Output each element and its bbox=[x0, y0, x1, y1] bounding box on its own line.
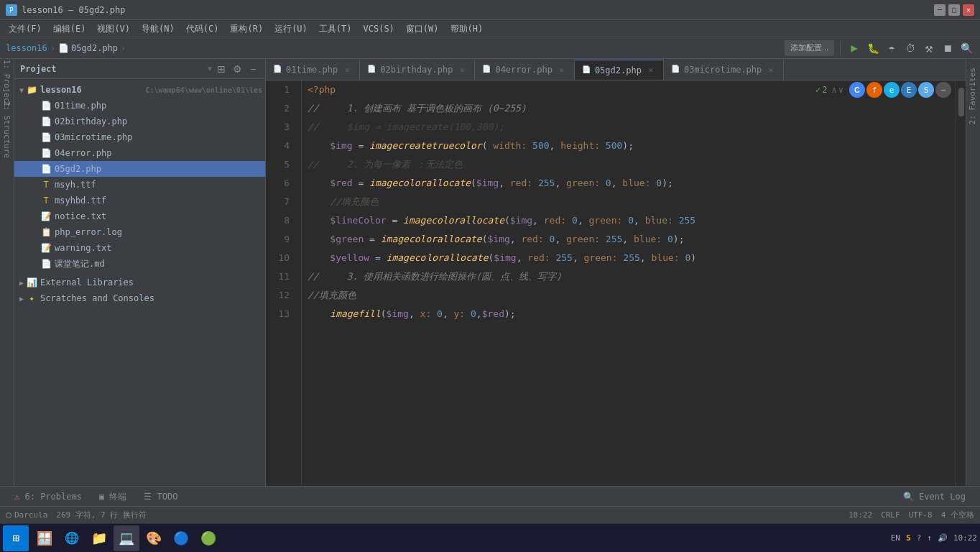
menu-window[interactable]: 窗口(W) bbox=[400, 20, 445, 37]
windows-icon: ⊞ bbox=[12, 531, 19, 545]
minimize-button[interactable]: ─ bbox=[934, 4, 946, 16]
safari-icon[interactable]: S bbox=[918, 82, 934, 98]
status-left: Darcula 269 字符, 7 行 换行符 bbox=[6, 510, 849, 520]
structure-tool-btn[interactable]: 2: Structure bbox=[1, 108, 14, 151]
nav-up-arrow[interactable]: ∧ bbox=[832, 85, 837, 95]
menu-run[interactable]: 运行(U) bbox=[269, 20, 313, 37]
project-collapse-btn[interactable]: ⊞ bbox=[215, 63, 228, 75]
tab-03microtime[interactable]: 📄 03microtime.php ✕ bbox=[664, 60, 784, 80]
taskbar-app-3[interactable]: 💻 bbox=[114, 525, 139, 551]
code-area[interactable]: <?php // 1. 创建画布 基于调色板的画布 (0~255) // $im… bbox=[302, 80, 956, 486]
tree-label-05gd2: 05gd2.php bbox=[55, 164, 262, 174]
window-controls[interactable]: ─ □ ✕ bbox=[934, 4, 974, 16]
taskbar-app-2[interactable]: 📁 bbox=[86, 525, 112, 551]
tree-item-03microtime[interactable]: 📄 03microtime.php bbox=[14, 129, 265, 145]
tree-item-msyh[interactable]: T msyh.ttf bbox=[14, 177, 265, 193]
breadcrumb-project[interactable]: lesson16 bbox=[6, 43, 47, 53]
scratches-and-consoles[interactable]: ▶ ✦ Scratches and Consoles bbox=[14, 290, 265, 306]
tree-item-phperror[interactable]: 📋 php_error.log bbox=[14, 224, 265, 240]
coverage-button[interactable]: ☂ bbox=[884, 40, 900, 56]
menu-file[interactable]: 文件(F) bbox=[3, 20, 47, 37]
taskbar-volume[interactable]: 🔊 bbox=[938, 533, 948, 543]
editor-content[interactable]: ✓ 2 ∧ ∨ C f e E S ⋯ 1 2 3 4 5 6 bbox=[266, 80, 966, 486]
indent-status[interactable]: 4 个空格 bbox=[941, 510, 974, 520]
tree-item-05gd2[interactable]: 📄 05gd2.php bbox=[14, 161, 265, 177]
search-everywhere-button[interactable]: 🔍 bbox=[958, 40, 974, 56]
tree-item-notes[interactable]: 📄 课堂笔记.md bbox=[14, 256, 265, 272]
tab-01time[interactable]: 📄 01time.php ✕ bbox=[266, 60, 360, 80]
taskbar-s[interactable]: S bbox=[906, 533, 911, 543]
tab-close-04error[interactable]: ✕ bbox=[557, 65, 567, 75]
title-bar: P lesson16 – 05gd2.php ─ □ ✕ bbox=[0, 0, 980, 20]
tree-item-notice[interactable]: 📝 notice.txt bbox=[14, 208, 265, 224]
taskbar-lang[interactable]: EN bbox=[891, 533, 900, 543]
tab-05gd2[interactable]: 📄 05gd2.php ✕ bbox=[575, 60, 664, 80]
taskbar-app-4[interactable]: 🎨 bbox=[141, 525, 167, 551]
bottom-panel: ⚠ 6: Problems ▣ 终端 ☰ TODO 🔍 Event Log bbox=[0, 486, 980, 506]
menu-edit[interactable]: 编辑(E) bbox=[47, 20, 92, 37]
tree-item-01time[interactable]: 📄 01time.php bbox=[14, 98, 265, 114]
tree-label-04error: 04error.php bbox=[55, 148, 262, 158]
close-button[interactable]: ✕ bbox=[963, 4, 974, 16]
build-button[interactable]: ⚒ bbox=[921, 40, 937, 56]
menu-view[interactable]: 视图(V) bbox=[91, 20, 136, 37]
status-bar: Darcula 269 字符, 7 行 换行符 10:22 CRLF UTF-8… bbox=[0, 506, 980, 523]
theme-status[interactable]: Darcula bbox=[6, 510, 47, 520]
nav-down-arrow[interactable]: ∨ bbox=[838, 85, 843, 95]
add-config-button[interactable]: 添加配置... bbox=[785, 40, 834, 56]
tree-item-02birthday[interactable]: 📄 02birthday.php bbox=[14, 114, 265, 129]
tree-item-msyhbd[interactable]: T msyhbd.ttf bbox=[14, 193, 265, 208]
line-num-12: 12 bbox=[266, 286, 295, 305]
event-log-tab[interactable]: 🔍 Event Log bbox=[895, 487, 974, 507]
taskbar-help[interactable]: ? bbox=[917, 533, 922, 543]
taskbar-app-1[interactable]: 🌐 bbox=[59, 525, 85, 551]
menu-help[interactable]: 帮助(H) bbox=[445, 20, 489, 37]
menu-navigate[interactable]: 导航(N) bbox=[136, 20, 180, 37]
more-browsers-icon[interactable]: ⋯ bbox=[935, 82, 951, 98]
run-button[interactable]: ▶ bbox=[846, 40, 862, 56]
tab-close-03microtime[interactable]: ✕ bbox=[766, 65, 776, 75]
line-num-10: 10 bbox=[266, 249, 295, 267]
tree-item-04error[interactable]: 📄 04error.php bbox=[14, 145, 265, 161]
tree-external-libs[interactable]: ▶ 📊 External Libraries bbox=[14, 275, 265, 290]
tab-04error[interactable]: 📄 04error.php ✕ bbox=[475, 60, 574, 80]
code-line-6: $red = imagecolorallocate ( $img , red: … bbox=[308, 174, 950, 193]
taskbar-up[interactable]: ↑ bbox=[927, 533, 932, 543]
taskbar-app-5[interactable]: 🔵 bbox=[168, 525, 194, 551]
tab-close-02birthday[interactable]: ✕ bbox=[457, 65, 467, 75]
taskbar-app-6[interactable]: 🟢 bbox=[195, 525, 221, 551]
tree-item-warning[interactable]: 📝 warning.txt bbox=[14, 240, 265, 256]
debug-button[interactable]: 🐛 bbox=[865, 40, 881, 56]
taskbar-app-0[interactable]: 🪟 bbox=[32, 525, 57, 551]
chrome-icon[interactable]: C bbox=[849, 82, 865, 98]
project-settings-btn[interactable]: ⚙ bbox=[231, 63, 244, 75]
ie-icon[interactable]: e bbox=[884, 82, 900, 98]
edge-icon[interactable]: E bbox=[901, 82, 917, 98]
project-close-btn[interactable]: − bbox=[246, 63, 259, 75]
tab-02birthday[interactable]: 📄 02birthday.php ✕ bbox=[360, 60, 475, 80]
menu-tools[interactable]: 工具(T) bbox=[313, 20, 358, 37]
maximize-button[interactable]: □ bbox=[948, 4, 960, 16]
firefox-icon[interactable]: f bbox=[866, 82, 882, 98]
terminal-tab[interactable]: ▣ 终端 bbox=[91, 487, 135, 507]
breadcrumb-file[interactable]: 05gd2.php bbox=[71, 43, 118, 53]
stop-button[interactable]: ⏹ bbox=[940, 40, 956, 56]
taskbar: ⊞ 🪟 🌐 📁 💻 🎨 🔵 🟢 EN S ? ↑ 🔊 10:22 bbox=[0, 523, 980, 552]
tab-close-01time[interactable]: ✕ bbox=[342, 65, 352, 75]
scrollbar-thumb[interactable] bbox=[958, 88, 964, 116]
todo-tab[interactable]: ☰ TODO bbox=[135, 487, 186, 507]
menu-refactor[interactable]: 重构(R) bbox=[224, 20, 269, 37]
problems-tab[interactable]: ⚠ 6: Problems bbox=[6, 487, 91, 507]
menu-code[interactable]: 代码(C) bbox=[180, 20, 225, 37]
encoding-status[interactable]: UTF-8 bbox=[909, 510, 933, 520]
tree-root-folder[interactable]: ▼ 📁 lesson16 C:\wamp64\www\online\01\les bbox=[14, 82, 265, 98]
menu-vcs[interactable]: VCS(S) bbox=[358, 20, 400, 37]
project-dropdown-arrow[interactable]: ▼ bbox=[208, 65, 212, 73]
char-count-status[interactable]: 269 字符, 7 行 换行符 bbox=[56, 510, 147, 520]
project-tool-btn[interactable]: 1: Project bbox=[1, 62, 14, 105]
start-button[interactable]: ⊞ bbox=[3, 525, 29, 551]
profile-button[interactable]: ⏱ bbox=[902, 40, 918, 56]
tab-close-05gd2[interactable]: ✕ bbox=[646, 65, 656, 75]
line-ending-status[interactable]: CRLF bbox=[881, 510, 900, 520]
favorites-tab[interactable]: 2: Favorites bbox=[966, 62, 981, 132]
